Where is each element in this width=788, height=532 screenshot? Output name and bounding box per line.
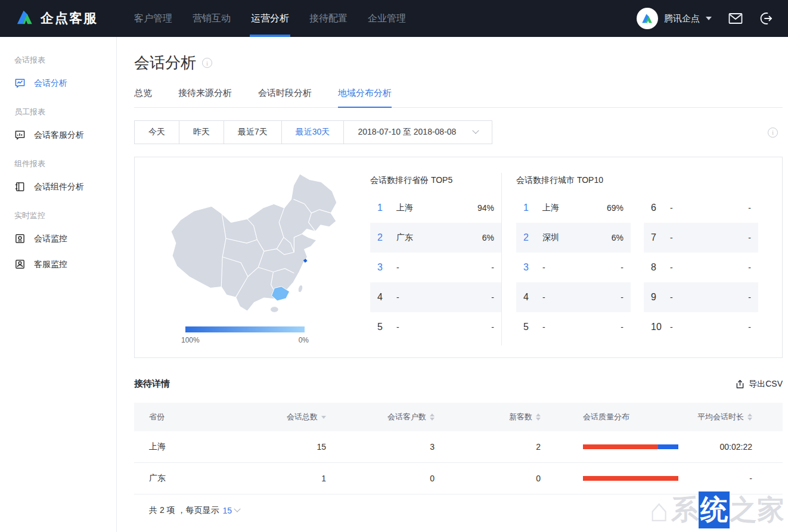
china-map	[153, 169, 355, 318]
cell-quality-distribution	[541, 444, 678, 449]
cell-total-sessions: 15	[283, 442, 326, 452]
rank-row: 3 - -	[370, 253, 501, 282]
pagination-summary: 共 2 项 ，每页显示	[149, 505, 219, 516]
export-icon	[735, 379, 745, 390]
rank-number: 7	[651, 232, 670, 243]
sidebar-item-session-analysis[interactable]: 会话分析	[0, 70, 116, 96]
china-map-pane: 100% 0%	[135, 157, 364, 357]
cell-session-customers: 3	[326, 442, 435, 452]
reception-details-table: 省份 会话总数 会话客户数 新客数 会话质量分布 平均	[134, 403, 783, 494]
filter-info-icon[interactable]	[768, 127, 778, 138]
quality-bar-red	[583, 476, 678, 481]
date-filter-row: 今天 昨天 最近7天 最近30天 2018-07-10 至 2018-08-08	[134, 120, 783, 144]
rank-value: -	[621, 322, 623, 332]
rank-row: 9 - -	[644, 282, 758, 312]
sidebar-section-staff-reports: 员工报表	[0, 96, 116, 122]
nav-item-operation-analysis[interactable]: 运营分析	[241, 0, 299, 37]
tab-overview[interactable]: 总览	[134, 88, 152, 107]
rank-name: -	[542, 293, 621, 302]
filter-last7days-button[interactable]: 最近7天	[224, 120, 282, 144]
rank-value: 94%	[477, 203, 494, 213]
rank-value: -	[491, 293, 494, 302]
rank-row: 5 - -	[370, 312, 501, 342]
col-header-session-customers[interactable]: 会话客户数	[326, 412, 435, 422]
rank-row: 4 - -	[370, 282, 501, 312]
col-header-quality-distribution: 会话质量分布	[541, 412, 678, 422]
city-rank-col-2: 6 - - 7 - - 8 - -	[644, 193, 758, 342]
sort-icon[interactable]	[536, 413, 541, 421]
rank-name: -	[670, 203, 748, 213]
tab-reception-source[interactable]: 接待来源分析	[178, 88, 232, 107]
date-range-value: 2018-07-10 至 2018-08-08	[358, 127, 456, 138]
cell-new-customers: 0	[435, 474, 541, 483]
nav-item-enterprise-mgmt[interactable]: 企业管理	[358, 0, 416, 37]
col-header-avg-duration[interactable]: 平均会话时长	[678, 412, 783, 422]
sidebar-item-label: 会话分析	[34, 78, 67, 89]
logout-icon	[759, 12, 773, 25]
col-header-total-sessions[interactable]: 会话总数	[283, 412, 326, 422]
sort-desc-icon[interactable]	[321, 416, 326, 419]
sidebar-item-session-monitor[interactable]: 会话监控	[0, 226, 116, 251]
user-name: 腾讯企点	[664, 13, 700, 24]
caret-down-icon	[706, 17, 712, 20]
date-range-picker[interactable]: 2018-07-10 至 2018-08-08	[343, 120, 492, 144]
filter-today-button[interactable]: 今天	[134, 120, 179, 144]
logout-button[interactable]	[759, 12, 773, 25]
rank-row: 8 - -	[644, 253, 758, 282]
rank-row: 10 - -	[644, 312, 758, 342]
rank-row: 5 - -	[516, 312, 631, 342]
title-info-icon[interactable]	[202, 58, 212, 68]
quality-bar	[583, 476, 678, 481]
rank-name: -	[396, 293, 491, 302]
details-section-title: 接待详情	[134, 378, 170, 390]
city-rank-col-1: 1 上海 69% 2 深圳 6% 3 - -	[516, 193, 631, 342]
nav-item-reception-config[interactable]: 接待配置	[299, 0, 358, 37]
rank-row: 4 - -	[516, 282, 631, 312]
cell-session-customers: 0	[326, 474, 435, 483]
session-analysis-icon	[14, 77, 26, 89]
cell-avg-duration: -	[678, 474, 783, 483]
rank-value: -	[621, 263, 623, 272]
page-size-select[interactable]: 15	[222, 506, 240, 515]
sidebar-item-agent-monitor[interactable]: 客服监控	[0, 251, 116, 277]
mail-button[interactable]	[728, 13, 743, 24]
sidebar-item-label: 会话组件分析	[34, 182, 84, 192]
rank-number: 9	[651, 292, 670, 303]
rank-row: 1 上海 94%	[370, 193, 501, 223]
sidebar-item-agent-session-analysis[interactable]: 会话客服分析	[0, 122, 116, 148]
tab-session-period[interactable]: 会话时段分析	[258, 88, 312, 107]
city-rank-panel: 会话数排行城市 TOP10 1 上海 69% 2 深圳 6%	[502, 157, 782, 357]
col-header-new-customers[interactable]: 新客数	[435, 412, 541, 422]
cell-total-sessions: 1	[283, 474, 326, 483]
rank-name: 广东	[396, 232, 482, 243]
tab-geo-distribution[interactable]: 地域分布分析	[338, 88, 392, 108]
filter-last30days-button[interactable]: 最近30天	[281, 120, 345, 144]
top-navbar: 企点客服 客户管理 营销互动 运营分析 接待配置 企业管理 腾讯企点	[0, 0, 788, 37]
sort-icon[interactable]	[747, 413, 752, 421]
rank-value: -	[748, 293, 751, 302]
rank-name: -	[670, 322, 748, 332]
rank-number: 5	[377, 322, 396, 332]
sidebar-item-label: 会话客服分析	[34, 130, 84, 141]
date-quick-filters: 今天 昨天 最近7天 最近30天 2018-07-10 至 2018-08-08	[134, 120, 492, 144]
table-header-row: 省份 会话总数 会话客户数 新客数 会话质量分布 平均	[134, 403, 783, 431]
nav-item-customer-mgmt[interactable]: 客户管理	[124, 0, 182, 37]
rank-value: -	[748, 233, 751, 242]
quality-bar-red	[583, 444, 658, 449]
session-monitor-icon	[14, 233, 26, 244]
user-menu[interactable]: 腾讯企点	[637, 8, 712, 29]
rank-value: 69%	[607, 203, 623, 213]
brand[interactable]: 企点客服	[15, 8, 98, 29]
export-label: 导出CSV	[749, 379, 783, 390]
rank-name: 深圳	[542, 232, 612, 243]
nav-item-marketing[interactable]: 营销互动	[182, 0, 241, 37]
filter-yesterday-button[interactable]: 昨天	[179, 120, 224, 144]
rank-row: 3 - -	[516, 253, 631, 282]
cell-quality-distribution	[541, 476, 678, 481]
sort-icon[interactable]	[430, 413, 435, 421]
rank-value: -	[748, 203, 751, 213]
rank-name: -	[670, 263, 748, 272]
avatar	[637, 8, 658, 29]
export-csv-button[interactable]: 导出CSV	[735, 379, 783, 390]
sidebar-item-component-analysis[interactable]: 会话组件分析	[0, 174, 116, 200]
